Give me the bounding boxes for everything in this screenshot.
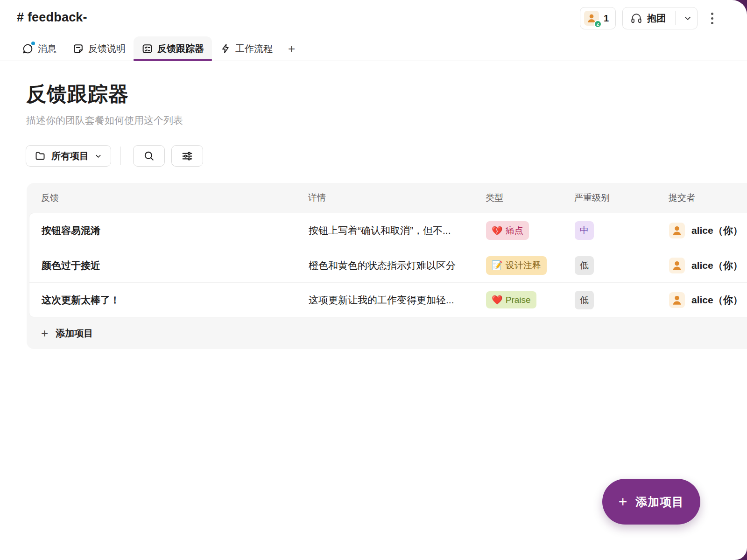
channel-header: # feedback- z 1 抱团: [0, 0, 747, 36]
toolbar-divider: [120, 147, 121, 165]
channel-title: # feedback-: [17, 10, 87, 25]
plus-icon: +: [619, 494, 627, 509]
severity-badge[interactable]: 低: [575, 291, 594, 309]
tab-label: 消息: [38, 42, 56, 55]
members-button[interactable]: z 1: [580, 7, 616, 29]
tab-label: 工作流程: [235, 42, 273, 55]
tab-label: 反馈跟踪器: [157, 42, 204, 55]
type-emoji-icon: ❤️: [492, 294, 503, 305]
column-header-detail[interactable]: 详情: [308, 192, 486, 204]
column-header-severity[interactable]: 严重级别: [574, 192, 669, 204]
folder-icon: [35, 150, 46, 161]
type-emoji-icon: 💔: [492, 225, 503, 236]
headphones-icon: [630, 12, 642, 24]
feedback-table: 反馈 详情 类型 严重级别 提交者 按钮容易混淆 按钮上写着“确认和取消”，但不…: [27, 183, 747, 349]
type-label: 痛点: [506, 224, 523, 237]
column-header-feedback[interactable]: 反馈: [27, 192, 308, 204]
type-label: Praise: [506, 295, 531, 305]
huddle-button[interactable]: 抱团: [622, 7, 698, 29]
person-icon: [671, 224, 683, 237]
row-feedback-title[interactable]: 颜色过于接近: [29, 259, 309, 272]
tab-workflows[interactable]: 工作流程: [212, 36, 281, 61]
type-badge[interactable]: ❤️Praise: [486, 291, 536, 308]
submitter-name: alice（你）: [691, 224, 743, 237]
unread-indicator-dot: [30, 41, 36, 46]
main-content-pane: # feedback- z 1 抱团: [0, 0, 747, 560]
tab-feedback-notes[interactable]: 反馈说明: [64, 36, 134, 61]
submitter-avatar: [669, 258, 685, 273]
presence-status-badge: z: [594, 20, 602, 28]
search-button[interactable]: [133, 145, 165, 167]
huddle-label: 抱团: [647, 12, 666, 25]
checklist-icon: [141, 43, 153, 55]
submitter-cell[interactable]: alice（你）: [669, 258, 747, 273]
column-header-type[interactable]: 类型: [486, 192, 574, 204]
type-badge[interactable]: 📝设计注释: [486, 256, 547, 275]
table-row[interactable]: 颜色过于接近 橙色和黄色的状态指示灯难以区分 📝设计注释 低 alice（你）: [29, 248, 747, 282]
page-description[interactable]: 描述你的团队套餐如何使用这个列表: [26, 114, 183, 127]
table-row[interactable]: 按钮容易混淆 按钮上写着“确认和取消”，但不... 💔痛点 中 alice（你）: [29, 213, 747, 248]
view-selector-button[interactable]: 所有项目: [26, 145, 111, 167]
table-rows-card: 按钮容易混淆 按钮上写着“确认和取消”，但不... 💔痛点 中 alice（你）: [29, 213, 747, 317]
severity-badge[interactable]: 中: [575, 221, 594, 240]
workflow-bolt-icon: [220, 43, 231, 54]
canvas-icon: [72, 43, 84, 55]
kebab-menu-icon[interactable]: [704, 7, 720, 29]
row-detail[interactable]: 按钮上写着“确认和取消”，但不...: [309, 224, 486, 237]
submitter-avatar: [669, 292, 685, 308]
tab-messages[interactable]: 消息: [14, 36, 64, 61]
add-item-row-label: 添加项目: [56, 327, 93, 340]
row-feedback-title[interactable]: 这次更新太棒了！: [29, 294, 309, 307]
tab-label: 反馈说明: [88, 42, 126, 55]
filter-sliders-icon: [181, 149, 194, 162]
add-tab-button[interactable]: +: [281, 36, 303, 61]
type-badge[interactable]: 💔痛点: [486, 221, 529, 240]
type-emoji-icon: 📝: [492, 260, 503, 271]
member-count: 1: [604, 13, 609, 24]
page-title: 反馈跟踪器: [26, 81, 129, 108]
column-header-submitter[interactable]: 提交者: [669, 192, 747, 204]
submitter-name: alice（你）: [691, 294, 743, 307]
person-icon: [671, 259, 683, 272]
add-item-fab-label: 添加项目: [635, 494, 684, 510]
chevron-down-icon: [94, 152, 102, 160]
message-bubble-icon: [22, 43, 34, 55]
tab-feedback-tracker[interactable]: 反馈跟踪器: [134, 36, 212, 61]
submitter-cell[interactable]: alice（你）: [669, 223, 747, 238]
type-label: 设计注释: [506, 259, 541, 272]
row-detail[interactable]: 这项更新让我的工作变得更加轻...: [309, 294, 486, 307]
add-item-row-button[interactable]: + 添加项目: [27, 317, 747, 349]
list-toolbar: 所有项目: [26, 145, 203, 167]
huddle-divider: [675, 11, 676, 25]
table-header-row: 反馈 详情 类型 严重级别 提交者: [27, 183, 747, 213]
submitter-cell[interactable]: alice（你）: [669, 292, 747, 308]
chevron-down-icon[interactable]: [683, 14, 692, 23]
table-row[interactable]: 这次更新太棒了！ 这项更新让我的工作变得更加轻... ❤️Praise 低 al…: [29, 282, 747, 317]
add-item-fab-button[interactable]: + 添加项目: [602, 479, 700, 525]
plus-icon: +: [41, 327, 48, 339]
person-icon: [671, 294, 683, 306]
filter-button[interactable]: [171, 145, 203, 167]
view-selector-label: 所有项目: [51, 150, 89, 162]
row-feedback-title[interactable]: 按钮容易混淆: [29, 224, 309, 237]
submitter-avatar: [669, 223, 685, 238]
search-icon: [143, 150, 155, 162]
channel-tabbar: 消息 反馈说明 反馈跟踪器: [0, 36, 747, 61]
severity-badge[interactable]: 低: [575, 256, 594, 275]
row-detail[interactable]: 橙色和黄色的状态指示灯难以区分: [309, 259, 486, 272]
submitter-name: alice（你）: [691, 259, 743, 272]
member-avatar: z: [584, 11, 599, 26]
